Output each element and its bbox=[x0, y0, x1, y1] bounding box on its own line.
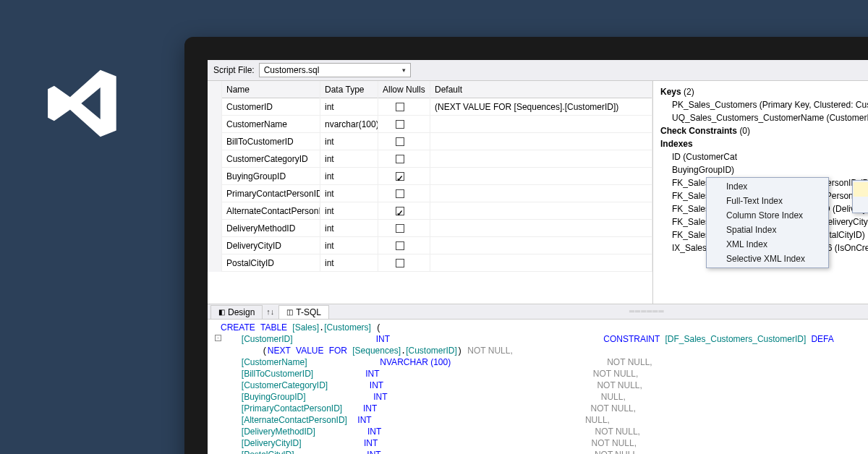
tsql-icon: ◫ bbox=[286, 308, 293, 316]
checkbox[interactable] bbox=[396, 120, 404, 129]
context-menu-add-new: Add New▶ Switch to T-SQL Pane bbox=[852, 180, 868, 213]
tab-tsql[interactable]: ◫T-SQL bbox=[278, 305, 329, 319]
script-file-value: Customers.sql bbox=[264, 65, 320, 75]
design-icon: ◧ bbox=[218, 308, 225, 316]
table-row[interactable]: BillToCustomerIDint bbox=[208, 133, 652, 150]
table-row[interactable]: BuyingGroupIDint bbox=[208, 168, 652, 185]
script-file-dropdown[interactable]: Customers.sql ▾ bbox=[259, 63, 411, 77]
visual-studio-logo-icon bbox=[41, 64, 124, 143]
menu-item[interactable]: Full-Text Index bbox=[707, 194, 827, 208]
context-menu-index-types: IndexFull-Text IndexColumn Store IndexSp… bbox=[706, 177, 829, 268]
keys-heading: Keys bbox=[660, 85, 681, 98]
table-row[interactable]: CustomerIDint(NEXT VALUE FOR [Sequences]… bbox=[208, 98, 652, 116]
table-row[interactable]: PrimaryContactPersonIDint bbox=[208, 185, 652, 202]
index-item[interactable]: BuyingGroupID) bbox=[660, 163, 868, 176]
table-row[interactable]: PostalCityIDint bbox=[208, 254, 652, 272]
key-item[interactable]: UQ_Sales_Customers_CustomerName (Custome… bbox=[660, 111, 868, 124]
menu-item[interactable]: XML Index bbox=[707, 237, 827, 252]
checkbox[interactable] bbox=[396, 155, 404, 163]
caret-down-icon: ▾ bbox=[402, 67, 406, 74]
menu-item-add-new[interactable]: Add New▶ bbox=[854, 182, 868, 197]
code-outline-toggle[interactable]: - bbox=[215, 335, 221, 341]
checkbox[interactable] bbox=[396, 103, 404, 111]
col-header-name[interactable]: Name bbox=[222, 81, 320, 98]
table-row[interactable]: DeliveryCityIDint bbox=[208, 237, 652, 254]
columns-grid: Name Data Type Allow Nulls Default Custo… bbox=[208, 81, 653, 304]
tsql-editor[interactable]: CREATE TABLE [Sales].[Customers] ( [Cust… bbox=[208, 320, 868, 454]
table-row[interactable]: CustomerNamenvarchar(100) bbox=[208, 116, 652, 133]
swap-icon[interactable]: ↑↓ bbox=[262, 307, 278, 316]
col-header-default[interactable]: Default bbox=[430, 81, 652, 98]
grid-header-row: Name Data Type Allow Nulls Default bbox=[208, 81, 652, 98]
menu-item[interactable]: Spatial Index bbox=[707, 223, 827, 237]
script-file-label: Script File: bbox=[213, 65, 255, 75]
bottom-tabstrip: ◧Design ↑↓ ◫T-SQL bbox=[208, 304, 868, 320]
menu-item-switch-tsql[interactable]: Switch to T-SQL Pane bbox=[854, 197, 868, 211]
col-header-type[interactable]: Data Type bbox=[320, 81, 378, 98]
key-item[interactable]: PK_Sales_Customers (Primary Key, Cluster… bbox=[660, 98, 868, 111]
checks-heading: Check Constraints bbox=[660, 124, 737, 137]
checkbox[interactable] bbox=[396, 259, 404, 267]
tab-design[interactable]: ◧Design bbox=[210, 305, 263, 319]
checkbox[interactable] bbox=[396, 207, 404, 215]
checkbox[interactable] bbox=[396, 224, 404, 233]
index-item[interactable]: ID (CustomerCat bbox=[660, 150, 868, 163]
table-row[interactable]: CustomerCategoryIDint bbox=[208, 150, 652, 168]
table-row[interactable]: DeliveryMethodIDint bbox=[208, 220, 652, 237]
splitter-grip-icon[interactable]: ══════ bbox=[629, 307, 665, 315]
col-header-nulls[interactable]: Allow Nulls bbox=[378, 81, 430, 98]
checkbox[interactable] bbox=[396, 137, 404, 146]
menu-item[interactable]: Column Store Index bbox=[707, 208, 827, 223]
checkbox[interactable] bbox=[396, 172, 404, 181]
table-row[interactable]: AlternateContactPersonIDint bbox=[208, 202, 652, 220]
menu-item[interactable]: Index bbox=[707, 179, 827, 194]
script-toolbar: Script File: Customers.sql ▾ bbox=[208, 60, 868, 81]
checkbox[interactable] bbox=[396, 241, 404, 250]
checkbox[interactable] bbox=[396, 189, 404, 198]
menu-item[interactable]: Selective XML Index bbox=[707, 252, 827, 266]
indexes-heading: Indexes bbox=[660, 137, 693, 150]
